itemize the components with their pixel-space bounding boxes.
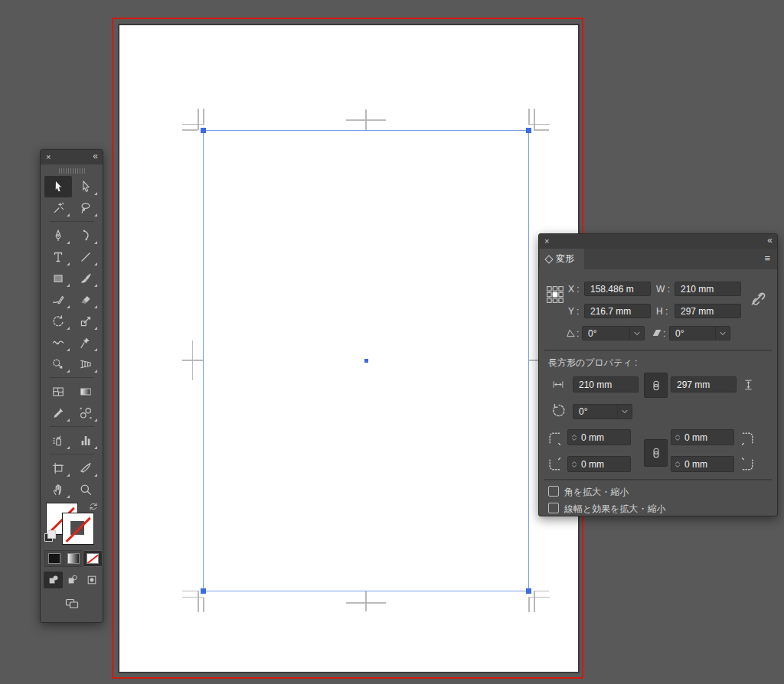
link-corners-button[interactable] [644,439,668,467]
corner-top-right-field[interactable]: 0 mm [671,429,734,445]
hand-tool[interactable] [44,479,72,500]
panel-grip[interactable] [59,168,85,174]
pen-tool[interactable] [44,225,72,246]
width-tool[interactable] [44,332,72,353]
selection-handle-top-right[interactable] [526,128,531,133]
chevron-down-icon[interactable] [617,405,632,419]
magic-wand-tool[interactable] [44,197,72,219]
scale-strokes-effects-checkbox[interactable] [548,503,559,513]
lasso-tool[interactable] [72,197,100,219]
collapse-icon[interactable]: « [93,151,97,161]
rect-angle-field[interactable]: 0° [573,404,632,419]
eyedropper-tool[interactable] [44,402,72,424]
corner-bottom-left-field[interactable]: 0 mm [567,456,631,472]
close-icon[interactable]: × [46,151,51,163]
corner-top-left-icon [547,431,562,445]
tab-transform[interactable]: 変形 [540,249,584,269]
toolbar-divider [44,375,100,381]
eyedropper-icon [51,406,65,420]
pen-icon [51,229,65,243]
selection-handle-top-left[interactable] [201,128,206,133]
corner-top-left-field[interactable]: 0 mm [567,429,631,445]
curvature-icon [79,229,93,243]
puppet-warp-tool[interactable] [72,332,100,353]
puppet-warp-icon [79,336,93,350]
y-label: Y : [568,306,579,317]
h-value: 297 mm [681,306,714,317]
scale-icon [79,314,93,328]
eraser-icon [79,293,93,307]
curvature-tool[interactable] [72,225,100,246]
constrain-proportions-icon[interactable] [749,289,766,309]
gradient-tool[interactable] [72,381,100,402]
rect-height-field[interactable]: 297 mm [671,376,737,392]
selection-tool[interactable] [44,176,72,197]
perspective-grid-tool[interactable] [72,353,100,375]
draw-inside-button[interactable] [82,572,101,588]
rect-height-icon [743,376,754,393]
scale-tool[interactable] [72,311,100,332]
shear-icon [651,327,663,339]
mesh-tool[interactable] [44,381,72,402]
lasso-icon [79,201,93,215]
rotate-value-field[interactable]: 0° [582,326,645,340]
collapse-icon[interactable]: « [767,235,772,246]
color-button[interactable] [44,550,64,567]
draw-behind-button[interactable] [63,572,82,588]
stepper-icon[interactable] [570,457,579,471]
shape-builder-tool[interactable] [44,353,72,375]
direct-selection-tool[interactable] [72,176,100,197]
panel-menu-icon[interactable]: ≡ [764,252,770,264]
link-width-height-button[interactable] [644,373,668,398]
rotate-value: 0° [588,328,596,339]
h-value-field[interactable]: 297 mm [675,304,741,318]
chevron-down-icon[interactable] [629,327,644,340]
column-graph-tool[interactable] [72,430,100,451]
line-segment-tool[interactable] [72,246,100,268]
mesh-icon [51,385,65,399]
screen-mode-button[interactable] [61,594,83,611]
close-icon[interactable]: × [544,236,549,247]
type-tool[interactable] [44,246,72,268]
stepper-icon[interactable] [674,430,682,445]
chevron-down-icon[interactable] [715,327,730,340]
symbol-sprayer-tool[interactable] [44,430,72,451]
stepper-icon[interactable] [570,430,579,445]
draw-normal-button[interactable] [44,572,63,588]
scale-corners-checkbox[interactable] [548,486,559,497]
direct-selection-icon [79,180,93,194]
selected-rectangle[interactable] [203,130,529,591]
eraser-tool[interactable] [72,289,100,311]
selection-handle-bottom-left[interactable] [201,588,206,594]
h-label: H : [656,306,668,317]
none-button[interactable] [83,550,103,567]
stroke-swatch[interactable] [62,513,94,545]
rectangle-tool[interactable] [44,268,72,289]
corner-bottom-right-value: 0 mm [684,459,707,470]
corner-top-right-value: 0 mm [684,432,707,443]
swap-fill-stroke-icon[interactable] [88,501,99,512]
gradient-button[interactable] [64,550,83,567]
selection-center-point[interactable] [364,359,368,363]
y-value-field[interactable]: 216.7 mm [584,304,651,318]
corner-bottom-right-field[interactable]: 0 mm [671,456,734,472]
artboard-tool[interactable] [44,458,72,479]
reference-point-locator[interactable] [546,285,564,304]
w-value-field[interactable]: 210 mm [675,282,741,296]
x-value-field[interactable]: 158.486 m [584,282,651,296]
rect-properties-title: 長方形のプロパティ : [548,357,637,370]
zoom-tool[interactable] [72,479,100,500]
shaper-tool[interactable] [44,289,72,311]
rect-width-field[interactable]: 210 mm [573,376,639,392]
slice-tool[interactable] [72,458,100,479]
shear-value-field[interactable]: 0° [669,326,730,340]
selection-handle-bottom-right[interactable] [526,588,531,594]
panel-divider [544,350,772,351]
default-fill-stroke-icon[interactable] [44,530,55,541]
blend-tool[interactable] [72,402,100,424]
rotate-tool[interactable] [44,311,72,332]
corner-bottom-left-icon [547,458,562,472]
stepper-icon[interactable] [674,457,682,471]
paintbrush-tool[interactable] [72,268,100,289]
slice-icon [79,461,93,475]
